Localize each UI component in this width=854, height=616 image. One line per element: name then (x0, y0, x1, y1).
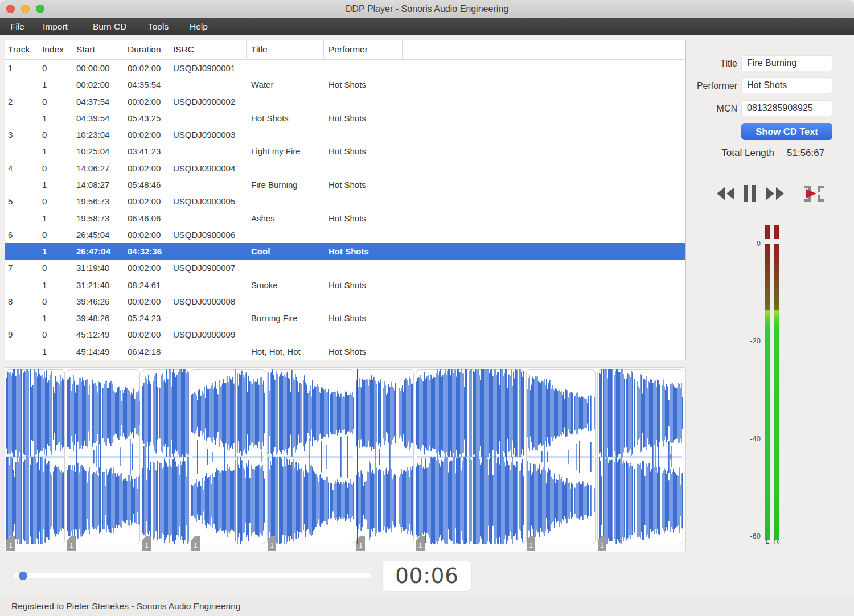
cell-track: 4 (5, 163, 39, 173)
table-row[interactable]: 104:39:5405:43:25Hot ShotsHot Shots (5, 110, 685, 126)
cell-start: 39:48:26 (71, 313, 122, 323)
table-row[interactable]: 8039:46:2600:02:00USQDJ0900008 (5, 293, 685, 310)
table-row[interactable]: 145:14:4906:42:18Hot, Hot, HotHot Shots (5, 343, 685, 360)
table-row[interactable]: 1000:00:0000:02:00USQDJ0900001 (5, 60, 685, 76)
cell-index: 1 (39, 347, 71, 356)
meter-channel-label-left: L (765, 537, 770, 545)
cell-performer: Hot Shots (324, 80, 403, 89)
cell-index: 0 (39, 330, 71, 339)
cell-track: 8 (5, 297, 39, 306)
cell-index: 0 (39, 130, 71, 139)
menu-item-file[interactable]: File (10, 18, 24, 35)
cell-title: Ashes (247, 213, 324, 223)
column-header-track: Track (5, 40, 39, 59)
table-row[interactable]: 110:25:0403:41:23Light my FireHot Shots (5, 143, 685, 159)
show-cd-text-button[interactable]: Show CD Text (741, 123, 832, 140)
status-bar: Registered to Pieter Stenekes - Sonoris … (0, 597, 854, 616)
waveform-panel[interactable]: 111111111 (5, 367, 686, 552)
waveform-data (6, 369, 64, 544)
meter-clip-left (765, 225, 770, 239)
table-row[interactable]: 4014:06:2700:02:00USQDJ0900004 (5, 160, 685, 176)
cell-start: 04:39:54 (71, 113, 122, 123)
table-row[interactable]: 6026:45:0400:02:00USQDJ0900006 (5, 227, 685, 243)
fast-forward-button[interactable] (765, 186, 786, 201)
seek-slider-track[interactable] (14, 573, 371, 578)
seek-slider-thumb[interactable] (19, 572, 27, 580)
cell-isrc: USQDJ0900004 (169, 163, 247, 173)
cell-title: Water (247, 80, 324, 89)
menu-item-burn-cd[interactable]: Burn CD (93, 18, 126, 35)
cell-duration: 00:02:00 (122, 97, 169, 106)
window-title: DDP Player - Sonoris Audio Engineering (0, 0, 854, 18)
svg-text:1: 1 (359, 542, 362, 549)
table-row[interactable]: 2004:37:5400:02:00USQDJ0900002 (5, 93, 685, 110)
meter-channel-label-right: R (774, 537, 779, 545)
performer-field[interactable] (741, 77, 832, 93)
table-row[interactable]: 126:47:0404:32:36CoolHot Shots (5, 243, 685, 260)
cell-index: 0 (39, 163, 71, 173)
svg-text:1: 1 (270, 542, 273, 549)
menu-item-help[interactable]: Help (190, 18, 208, 35)
cell-start: 00:02:00 (71, 80, 122, 89)
cell-performer: Hot Shots (324, 347, 403, 356)
table-row[interactable]: 7031:19:4000:02:00USQDJ0900007 (5, 260, 685, 276)
title-field-label: Title (669, 59, 737, 69)
cell-index: 1 (39, 213, 71, 223)
cell-duration: 03:41:23 (122, 146, 169, 156)
cell-track: 5 (5, 196, 39, 206)
cell-duration: 00:02:00 (122, 230, 169, 240)
cell-duration: 06:42:18 (122, 347, 169, 356)
mcn-field-label: MCN (669, 104, 737, 114)
title-field[interactable] (741, 55, 832, 71)
fast-forward-icon (765, 186, 786, 201)
table-row[interactable]: 9045:12:4900:02:00USQDJ0900009 (5, 326, 685, 343)
svg-text:1: 1 (418, 542, 422, 549)
cell-duration: 04:35:54 (122, 80, 169, 89)
table-row[interactable]: 139:48:2605:24:23Burning FireHot Shots (5, 310, 685, 326)
svg-text:1: 1 (529, 542, 532, 549)
menu-item-tools[interactable]: Tools (148, 18, 169, 35)
time-display: 00:06 (383, 561, 471, 591)
cell-duration: 05:24:23 (122, 313, 169, 323)
table-row[interactable]: 100:02:0004:35:54WaterHot Shots (5, 76, 685, 93)
cell-duration: 06:46:06 (122, 213, 169, 223)
svg-text:1: 1 (145, 542, 148, 549)
table-row[interactable]: 119:58:7306:46:06AshesHot Shots (5, 210, 685, 226)
table-row[interactable]: 114:08:2705:48:46Fire BurningHot Shots (5, 176, 685, 193)
cell-duration: 05:48:46 (122, 180, 169, 190)
mcn-field[interactable] (741, 100, 832, 116)
level-meter-right (774, 244, 779, 540)
cell-duration: 00:02:00 (122, 330, 169, 339)
waveform-data (598, 369, 683, 544)
cell-duration: 00:02:00 (122, 163, 169, 173)
meter-scale-label: 0 (740, 239, 761, 248)
rewind-button[interactable] (715, 186, 736, 201)
app-window: { "window": { "title": "DDP Player - Son… (0, 0, 854, 616)
cell-isrc: USQDJ0900007 (169, 263, 247, 273)
cell-performer: Hot Shots (324, 146, 403, 156)
cell-isrc: USQDJ0900005 (169, 196, 247, 206)
column-header-index: Index (39, 40, 71, 59)
table-row[interactable]: 5019:56:7300:02:00USQDJ0900005 (5, 193, 685, 210)
cell-performer: Hot Shots (324, 280, 403, 290)
cell-title: Hot Shots (247, 113, 324, 123)
cell-duration: 05:43:25 (122, 113, 169, 123)
table-row[interactable]: 3010:23:0400:02:00USQDJ0900003 (5, 126, 685, 143)
cell-isrc: USQDJ0900008 (169, 297, 247, 306)
cell-isrc: USQDJ0900003 (169, 130, 247, 139)
cell-duration: 00:02:00 (122, 130, 169, 139)
menu-bar: FileImportBurn CDToolsHelp (0, 18, 854, 35)
cell-title: Light my Fire (247, 146, 324, 156)
column-header-performer: Performer (324, 40, 403, 59)
meter-scale-label: -60 (740, 532, 761, 540)
playhead (357, 369, 358, 544)
play-from-marker-button[interactable] (803, 183, 826, 204)
cell-start: 26:45:04 (71, 230, 122, 240)
table-row[interactable]: 131:21:4008:24:61SmokeHot Shots (5, 276, 685, 293)
waveform-data (191, 369, 265, 544)
cell-index: 0 (39, 63, 71, 73)
cell-title: Smoke (247, 280, 324, 290)
pause-button[interactable] (744, 185, 756, 202)
svg-text:1: 1 (600, 542, 603, 549)
menu-item-import[interactable]: Import (43, 18, 68, 35)
